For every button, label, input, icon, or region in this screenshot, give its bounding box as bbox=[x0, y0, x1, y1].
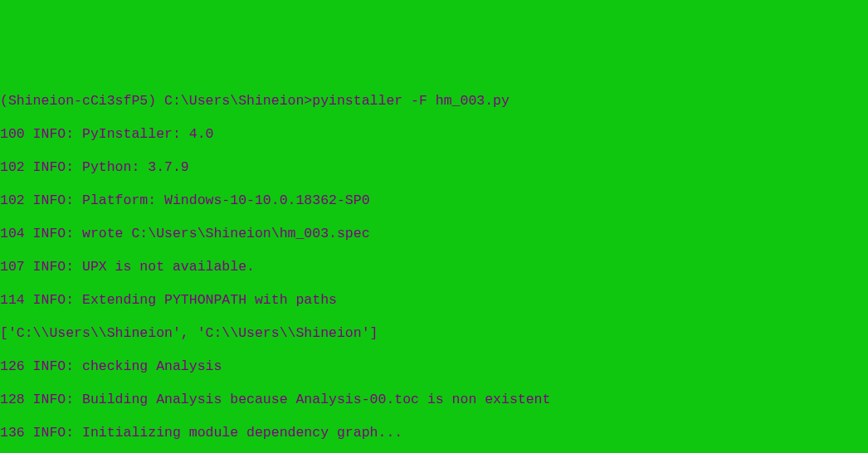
terminal-line: 107 INFO: UPX is not available. bbox=[0, 259, 868, 275]
terminal-line: 114 INFO: Extending PYTHONPATH with path… bbox=[0, 292, 868, 309]
terminal-line: 126 INFO: checking Analysis bbox=[0, 358, 868, 375]
terminal-line: 100 INFO: PyInstaller: 4.0 bbox=[0, 126, 868, 143]
terminal-line: ['C:\\Users\\Shineion', 'C:\\Users\\Shin… bbox=[0, 325, 868, 342]
terminal-line: 128 INFO: Building Analysis because Anal… bbox=[0, 392, 868, 408]
terminal-output: (Shineion-cCi3sfP5) C:\Users\Shineion>py… bbox=[0, 66, 868, 453]
terminal-line: 102 INFO: Python: 3.7.9 bbox=[0, 159, 868, 176]
terminal-line: 102 INFO: Platform: Windows-10-10.0.1836… bbox=[0, 192, 868, 209]
terminal-line: (Shineion-cCi3sfP5) C:\Users\Shineion>py… bbox=[0, 93, 868, 110]
terminal-line: 104 INFO: wrote C:\Users\Shineion\hm_003… bbox=[0, 226, 868, 242]
terminal-line: 136 INFO: Initializing module dependency… bbox=[0, 425, 868, 441]
